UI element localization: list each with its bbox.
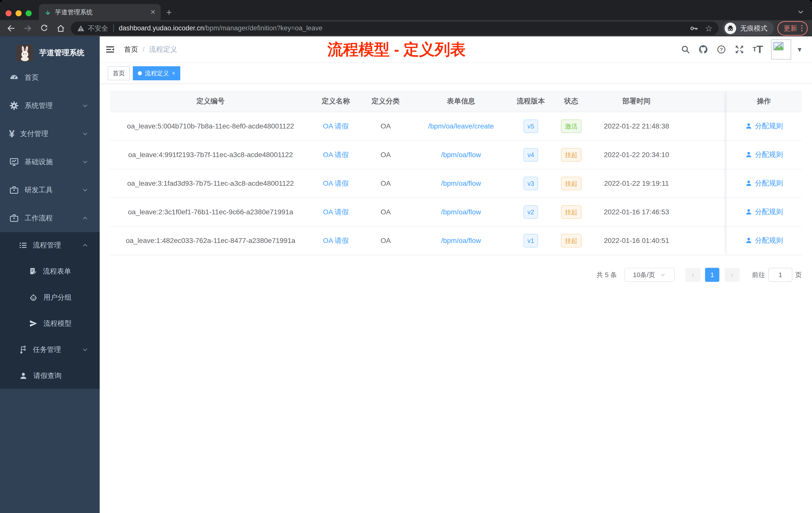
incognito-spy-icon <box>725 23 736 34</box>
chevron-up-icon <box>82 242 89 249</box>
sidebar-item-基础设施[interactable]: 基础设施 <box>0 148 100 176</box>
list-icon <box>19 241 27 249</box>
sidebar-item-首页[interactable]: 首页 <box>0 63 100 92</box>
sidebar-item-研发工具[interactable]: 研发工具 <box>0 176 100 204</box>
sidebar-item-label: 系统管理 <box>25 101 53 111</box>
sidebar-collapse-icon[interactable] <box>106 45 115 54</box>
breadcrumb-current: 流程定义 <box>149 45 177 54</box>
table-row: oa_leave:4:991f2193-7b7f-11ec-a3c8-acde4… <box>110 141 802 170</box>
assign-rule-label: 分配规则 <box>755 236 783 245</box>
zoom-window-button[interactable] <box>26 10 32 16</box>
fullscreen-icon[interactable] <box>734 44 745 55</box>
user-avatar[interactable] <box>771 39 791 59</box>
goto-label: 前往 <box>752 271 765 279</box>
sidebar-item-任务管理[interactable]: 任务管理 <box>0 337 100 363</box>
briefcase-icon <box>9 213 19 223</box>
person-small-icon <box>745 179 753 187</box>
search-icon[interactable] <box>681 45 690 54</box>
tag-close-icon[interactable]: × <box>172 70 175 77</box>
reload-icon[interactable] <box>40 24 49 33</box>
font-size-icon[interactable]: TT <box>753 43 763 56</box>
sidebar-item-流程表单[interactable]: 流程表单 <box>0 258 100 284</box>
new-tab-button[interactable]: + <box>166 7 172 17</box>
next-page-button[interactable]: › <box>725 268 740 282</box>
definition-name-link[interactable]: OA 请假 <box>323 151 349 159</box>
avatar-dropdown-caret-icon[interactable]: ▾ <box>798 45 802 54</box>
person-small-icon <box>745 122 753 130</box>
github-icon[interactable] <box>698 44 708 55</box>
sidebar-menu: 首页系统管理¥支付管理基础设施研发工具工作流程流程管理流程表单用户分组流程模型任… <box>0 63 100 389</box>
tab-search-chevron-icon[interactable] <box>796 7 805 16</box>
definition-name-link[interactable]: OA 请假 <box>323 122 349 130</box>
person-small-icon <box>745 151 753 158</box>
status-badge: 挂起 <box>561 205 581 219</box>
form-info-link[interactable]: /bpm/oa/flow <box>441 179 481 187</box>
definition-category: OA <box>360 151 411 159</box>
url-domain: dashboard.yudao.iocoder.cn <box>119 24 204 32</box>
definition-id: oa_leave:3:1fad3d93-7b75-11ec-a3c8-acde4… <box>110 179 311 187</box>
back-icon[interactable] <box>6 24 16 33</box>
tag-流程定义[interactable]: 流程定义× <box>133 66 180 80</box>
goto-page-input[interactable] <box>768 268 792 282</box>
tag-首页[interactable]: 首页 <box>108 66 130 80</box>
user-icon <box>19 371 28 380</box>
workflow-submenu: 流程管理流程表单用户分组流程模型任务管理请假查询 <box>0 232 100 389</box>
definition-category: OA <box>360 179 411 187</box>
key-icon[interactable] <box>690 24 698 33</box>
url-path: /bpm/manager/definition?key=oa_leave <box>204 24 322 32</box>
definition-table: 定义编号定义名称定义分类表单信息流程版本状态部署时间操作 oa_leave:5:… <box>110 91 802 255</box>
page-unit-label: 页 <box>795 271 802 279</box>
page-annotation: 流程模型 - 定义列表 <box>327 39 466 60</box>
sidebar-item-流程管理[interactable]: 流程管理 <box>0 232 100 258</box>
breadcrumb-home[interactable]: 首页 <box>124 45 138 54</box>
assign-rule-button[interactable]: 分配规则 <box>745 207 783 217</box>
tag-label: 流程定义 <box>145 69 169 77</box>
version-badge: v4 <box>523 148 538 162</box>
form-info-link[interactable]: /bpm/oa/flow <box>441 151 481 159</box>
close-window-button[interactable] <box>5 10 11 16</box>
incognito-badge: 无痕模式 <box>723 21 774 36</box>
rabbit-avatar <box>17 45 33 61</box>
forward-icon[interactable] <box>23 24 32 33</box>
browser-menu-kebab-icon[interactable] <box>801 25 803 31</box>
sidebar-item-工作流程[interactable]: 工作流程 <box>0 204 100 232</box>
sidebar-item-label: 首页 <box>25 73 39 82</box>
page-size-select[interactable]: 10条/页 <box>625 268 675 282</box>
definition-name-link[interactable]: OA 请假 <box>323 208 349 216</box>
form-info-link[interactable]: /bpm/oa/flow <box>441 208 481 216</box>
url-bar[interactable]: 不安全 dashboard.yudao.iocoder.cn/bpm/manag… <box>71 22 719 35</box>
home-icon[interactable] <box>56 24 65 33</box>
sidebar-item-请假查询[interactable]: 请假查询 <box>0 363 100 389</box>
assign-rule-button[interactable]: 分配规则 <box>745 178 783 188</box>
version-badge: v5 <box>523 119 538 133</box>
assign-rule-button[interactable]: 分配规则 <box>745 121 783 131</box>
version-badge: v1 <box>523 234 538 247</box>
prev-page-button[interactable]: ‹ <box>686 268 700 282</box>
sidebar-item-用户分组[interactable]: 用户分组 <box>0 284 100 310</box>
incognito-label: 无痕模式 <box>740 24 767 33</box>
browser-tab[interactable]: 芋道管理系统 ✕ <box>39 4 161 20</box>
definition-name-link[interactable]: OA 请假 <box>323 237 349 244</box>
sidebar-item-label: 基础设施 <box>25 157 53 167</box>
sidebar-logo[interactable]: 芋道管理系统 <box>0 36 100 63</box>
status-badge: 挂起 <box>561 177 581 190</box>
definition-name-link[interactable]: OA 请假 <box>323 179 349 187</box>
assign-rule-button[interactable]: 分配规则 <box>745 236 783 245</box>
current-page-button[interactable]: 1 <box>705 268 719 282</box>
sidebar-item-流程模型[interactable]: 流程模型 <box>0 310 100 337</box>
chrome-update-button[interactable]: 更新 <box>777 21 808 36</box>
sidebar-item-系统管理[interactable]: 系统管理 <box>0 92 100 120</box>
assign-rule-button[interactable]: 分配规则 <box>745 150 783 159</box>
tab-title: 芋道管理系统 <box>55 8 147 16</box>
table-header-row: 定义编号定义名称定义分类表单信息流程版本状态部署时间操作 <box>110 91 802 112</box>
insecure-warning-icon[interactable] <box>77 24 85 32</box>
help-icon[interactable]: ? <box>716 44 726 55</box>
person-small-icon <box>745 237 753 244</box>
bookmark-star-icon[interactable]: ☆ <box>705 23 713 33</box>
tab-close-icon[interactable]: ✕ <box>150 8 156 16</box>
form-info-link[interactable]: /bpm/oa/leave/create <box>428 122 494 130</box>
sidebar-item-支付管理[interactable]: ¥支付管理 <box>0 120 100 148</box>
chevron-up-icon <box>82 215 89 221</box>
form-info-link[interactable]: /bpm/oa/flow <box>441 237 481 244</box>
minimize-window-button[interactable] <box>16 10 22 16</box>
